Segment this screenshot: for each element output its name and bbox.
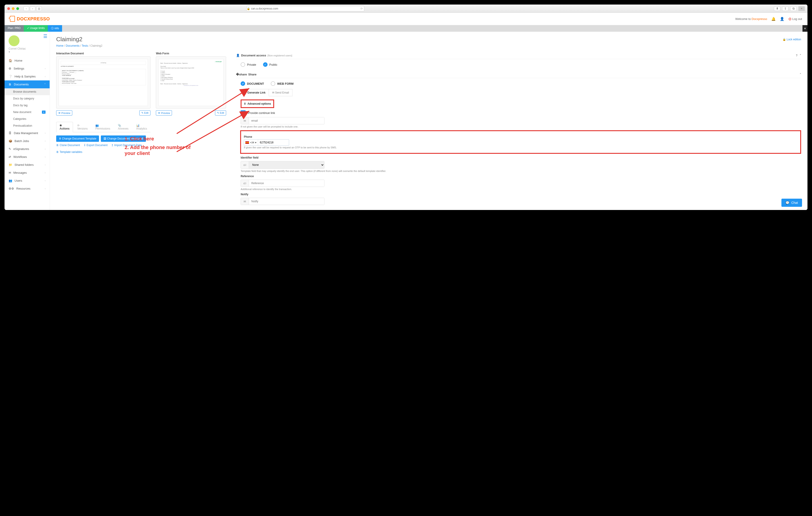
- url-bar[interactable]: 🔒 can.a.docxpresso.com ⟳: [246, 6, 364, 11]
- download-icon[interactable]: ⬇: [774, 6, 780, 11]
- edit-webform-button[interactable]: ✎ Edit: [215, 110, 226, 116]
- lock-edition-link[interactable]: 🔒 Lock edition: [783, 38, 801, 41]
- template-variables-link[interactable]: 🗎 Template variables: [56, 150, 82, 154]
- username-label[interactable]: Cornel Chiriac▾: [4, 47, 50, 57]
- share-webform-option[interactable]: WEB FORM: [271, 81, 293, 86]
- phone-input-group[interactable]: +34 ▾: [244, 139, 289, 146]
- generate-link-tab[interactable]: ‹/› Generate Link: [241, 89, 269, 96]
- hamburger-icon[interactable]: ☰: [43, 33, 47, 39]
- chat-widget[interactable]: 💬 Chat: [781, 199, 802, 207]
- tab-versions[interactable]: ⟳ Versions: [74, 122, 91, 132]
- tabs-icon[interactable]: ⧉: [790, 6, 796, 11]
- send-email-tab[interactable]: ✉ Send Email: [269, 89, 292, 96]
- usage-limits-pill[interactable]: ✓ Usage limits: [24, 25, 48, 32]
- radio-checked-icon: ✓: [263, 62, 267, 67]
- info-pill[interactable]: ⓘ info: [48, 25, 62, 32]
- nav-settings[interactable]: ⚙ Settings‹: [4, 65, 50, 72]
- bell-icon[interactable]: 🔔: [771, 17, 776, 21]
- window-zoom-dot[interactable]: [16, 7, 19, 10]
- interactive-doc-label: Interactive Document: [56, 52, 150, 55]
- tab-permissions[interactable]: 👥 Permissions: [92, 122, 114, 132]
- country-selector[interactable]: +34 ▾: [244, 140, 258, 145]
- preview-webform-button[interactable]: 👁 Preview: [156, 110, 172, 116]
- share-header[interactable]: �share Share ˄: [236, 71, 801, 78]
- envelope-icon: ✉: [241, 117, 249, 124]
- nav-help[interactable]: ❔ Help & Samples‹: [4, 72, 50, 81]
- interactive-doc-preview[interactable]: ⊕ Claiming LETTER OF AUTHORITY ABOUT YOU…: [56, 56, 150, 109]
- nav-documents[interactable]: 🗎 Documents˅: [4, 81, 50, 88]
- crumb-tests[interactable]: Tests: [82, 44, 88, 47]
- sub-new-document[interactable]: New document+: [4, 109, 50, 116]
- clone-document-link[interactable]: 🗎 Clone Document: [56, 144, 80, 147]
- welcome-text: Welcome to Docxpresso: [735, 17, 767, 21]
- edit-interactive-button[interactable]: ✎ Edit: [139, 110, 150, 116]
- new-tab-button[interactable]: +: [799, 6, 805, 11]
- nav-home[interactable]: 🏠 Home: [4, 57, 50, 65]
- change-template-button[interactable]: ⬆ Change Document Template: [56, 135, 99, 142]
- advanced-options-toggle[interactable]: ⇕ Advanced options: [241, 99, 274, 108]
- nav-resources[interactable]: ⚙⚙ Resources‹: [4, 185, 50, 192]
- crumb-documents[interactable]: Documents: [66, 44, 80, 47]
- share-icon[interactable]: ⇪: [782, 6, 788, 11]
- welcome-brand-link[interactable]: Docxpresso: [752, 17, 767, 21]
- page-title: Claiming2: [56, 36, 83, 43]
- share-document-option[interactable]: ✓ DOCUMENT: [241, 81, 264, 86]
- sub-browse-documents[interactable]: Browse documents: [4, 88, 50, 95]
- sub-previsualization[interactable]: Previsualization: [4, 122, 50, 129]
- web-form-preview[interactable]: ⌂ HomeLight Bank · Personal account deta…: [156, 56, 226, 109]
- crumb-home[interactable]: Home: [56, 44, 63, 47]
- help-icon[interactable]: ?: [796, 54, 798, 57]
- nav-messages[interactable]: ✉ Messages‹: [4, 169, 50, 177]
- change-thumbnail-button[interactable]: 🖼 Change Document Thumbnail: [101, 135, 146, 142]
- brand-text: DOCXPRESSO: [17, 16, 50, 22]
- brand-logo[interactable]: DOCXPRESSO: [10, 16, 50, 22]
- reference-input[interactable]: [249, 180, 324, 187]
- avatar[interactable]: [9, 35, 20, 46]
- phone-number-input[interactable]: [258, 140, 285, 145]
- lock-icon: 🔒: [247, 7, 250, 10]
- back-button[interactable]: ‹: [24, 6, 29, 11]
- tab-analytics[interactable]: 📊 Analytics: [133, 122, 150, 132]
- nav-batch-jobs[interactable]: 📦 Batch Jobs‹: [4, 137, 50, 145]
- user-icon[interactable]: 👤: [780, 17, 784, 21]
- main-content: Claiming2 🔒 Lock edition Home / Document…: [50, 32, 808, 210]
- tag-icon: 🏷: [241, 180, 249, 187]
- collapse-icon[interactable]: ˄: [800, 54, 801, 57]
- nav-workflows[interactable]: ⇄ Workflows‹: [4, 153, 50, 161]
- import-document-link[interactable]: ↥ Import Document Data: [111, 144, 142, 147]
- plus-badge: +: [42, 111, 46, 114]
- refresh-icon[interactable]: ⟳: [360, 7, 364, 10]
- document-access-header[interactable]: 👤 Document access [Non-registered users]…: [236, 52, 801, 59]
- export-document-link[interactable]: ↧ Export Document: [84, 144, 108, 147]
- nav-shared-folders[interactable]: 📁 Shared folders‹: [4, 161, 50, 169]
- collapse-share-icon[interactable]: ˄: [800, 73, 801, 76]
- breadcrumb: Home / Documents / Tests / Claiming2: [56, 44, 801, 47]
- nav-data-management[interactable]: 🗄 Data Management‹: [4, 129, 50, 137]
- tab-annexes[interactable]: 📎 Annexes: [114, 122, 132, 132]
- window-minimize-dot[interactable]: [12, 7, 14, 10]
- web-form-label: Web Form: [156, 52, 226, 55]
- email-hint: If not given the user will be prompted t…: [241, 125, 801, 128]
- continue-email-input[interactable]: [249, 117, 324, 124]
- identifier-hint: Template field that may uniquely identif…: [241, 170, 801, 172]
- notify-input[interactable]: [249, 198, 324, 205]
- provide-continue-checkbox[interactable]: ✓: [241, 110, 245, 115]
- sub-docs-by-category[interactable]: Docs by category: [4, 95, 50, 102]
- identifier-select[interactable]: None: [249, 161, 324, 169]
- phone-section-highlight: Phone +34 ▾ If given the user will be re…: [240, 130, 801, 154]
- access-public-option[interactable]: ✓ Public: [263, 62, 277, 67]
- preview-interactive-button[interactable]: 👁 Preview: [56, 110, 72, 116]
- plan-bar: Plan: PRO ✓ Usage limits ⓘ info ✕: [4, 25, 808, 32]
- sub-docs-by-tag[interactable]: Docs by tag: [4, 102, 50, 109]
- window-close-dot[interactable]: [7, 7, 10, 10]
- nav-esignatures[interactable]: ✎ eSignatures‹: [4, 145, 50, 153]
- forward-button[interactable]: ›: [30, 6, 35, 11]
- logout-link[interactable]: ⏻ Log out: [788, 17, 802, 21]
- crumb-current: Claiming2: [90, 44, 103, 47]
- sub-categories[interactable]: Categories: [4, 116, 50, 122]
- tab-actions[interactable]: ✱ Actions: [56, 122, 73, 132]
- access-private-option[interactable]: Private: [241, 62, 256, 67]
- close-bar-button[interactable]: ✕: [803, 25, 808, 32]
- sidebar-toggle[interactable]: ▥: [36, 6, 42, 11]
- nav-users[interactable]: 👥 Users‹: [4, 177, 50, 185]
